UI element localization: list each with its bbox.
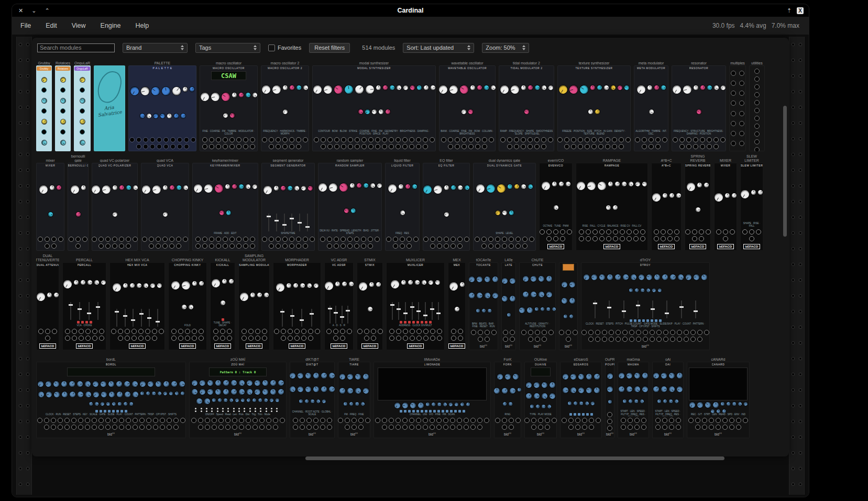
module-dual-dynamics-gate[interactable]: dual dynamics gatedual dynamics gateSHAP… — [473, 155, 536, 251]
module-slew-limiter[interactable]: SLEW LIMITERSLEW LIMITERSHAPE · RISE · F… — [740, 155, 763, 251]
module-morphader[interactable]: MORPHADERMORPHADERbEFACO — [273, 254, 321, 350]
knob — [501, 294, 509, 302]
module-modal-synthesizer[interactable]: modal synthesizermodal synthesizerCONTOU… — [312, 58, 436, 151]
knob — [161, 86, 171, 96]
module-a-b-c[interactable]: A*B+CA*B+CbEFACO — [651, 155, 682, 251]
module-unnamed[interactable]: Aria Salvatrice — [94, 58, 125, 151]
module-ongular[interactable]: OnguLaROnguLaR — [74, 58, 91, 151]
zoom-select[interactable]: Zoom: 50% — [482, 43, 529, 53]
module-panel: EQ filter — [423, 163, 470, 251]
module-meta-modulator[interactable]: meta modulatormeta modulatorALGORITHM · … — [634, 58, 668, 151]
module-unnamed[interactable]: bId°° — [559, 254, 578, 350]
panel-labels: RAMP · FREQUENCY · SHAPE · SMOOTHNESS · … — [500, 130, 553, 136]
module-texture-synthesizer[interactable]: texture synthesizertexture synthesizerFR… — [557, 58, 631, 151]
menu-view[interactable]: View — [72, 22, 86, 29]
module-oai[interactable]: oAioAiSTART · LEN · SPEED · FILTYP · FRE… — [652, 354, 684, 438]
module-macro-oscillator[interactable]: macro oscillatormacro oscillatorCSAWFINE… — [200, 58, 258, 151]
module-zo-ma[interactable]: zOÙ MAÏzOÙ MAÏPattern 0 : Track 0ON/OFF … — [189, 354, 287, 438]
module-sampling-modulator[interactable]: SAMPLING MODULATORSAMPLING MODULATORbEFA… — [238, 254, 270, 350]
minimize-icon[interactable]: ⌄ — [31, 7, 36, 14]
module-bernoulli-gate[interactable]: bernoulli gatebernoulli gate — [68, 155, 89, 251]
module-limonade[interactable]: liMonADeliMonADeCHANNEL · UNI · V/O · FI… — [373, 354, 491, 438]
module-vc-adsr[interactable]: VC ADSRVC ADSRA · D · S · RbEFACO — [324, 254, 354, 350]
jack-area — [634, 136, 668, 151]
knob — [519, 307, 525, 314]
jack — [700, 144, 705, 149]
module-segment-generator[interactable]: segment generatorsegment generatorSHAPE/… — [261, 155, 315, 251]
vertical-scrollbar[interactable] — [783, 106, 787, 237]
menu-help[interactable]: Help — [136, 22, 149, 29]
knob — [60, 97, 66, 104]
module-late[interactable]: LATeLATebId°° — [501, 254, 516, 350]
x11-logo-icon[interactable]: X — [797, 7, 804, 14]
jack — [538, 418, 543, 423]
module-percall[interactable]: PERCALLPERCALLVCA · CHOKEbEFACO — [62, 254, 106, 350]
favorites-checkbox[interactable] — [268, 44, 275, 51]
module-quad-vca[interactable]: quad VCAquad VCA — [141, 155, 189, 251]
module-bordl[interactable]: bordLbordLCLOCK · RUN · RESET · STEPS · … — [36, 354, 186, 438]
module-mex[interactable]: MEXMEXbEFACO — [448, 254, 466, 350]
module-evenvco[interactable]: evenVCOevenVCOOCTAVE · TUNE · PWMbEFACO — [539, 155, 573, 251]
module-dual-attenuverter[interactable]: DUAL ATTENUVERTERDUAL ATTENUVERTERbEFACO — [36, 254, 59, 350]
module-chute[interactable]: ChUTEChUTEALTITUDE · GRAVITY · RESTITUTI… — [519, 254, 556, 350]
jack — [310, 237, 315, 242]
module-hex-mix-vca[interactable]: HEX MIX VCAHEX MIX VCAbEFACO — [109, 254, 165, 350]
module-palette[interactable]: PALETTEP A L E T T E — [128, 58, 196, 151]
module-resonator[interactable]: resonatorresonatorFREQUENCY · STRUCTURE … — [672, 58, 726, 151]
knob-area — [338, 366, 370, 413]
module-mixer[interactable]: MIXERMIXERbEFACO — [714, 155, 737, 251]
module-canard[interactable]: cANARdcANARdREC · G/T · STRT · LEN · REA… — [687, 354, 750, 438]
module-stmix[interactable]: STMIXSTMIXbEFACO — [357, 254, 383, 350]
module-keyframer-mixer[interactable]: keyframer/mixerkeyframer/mixerFRAME · AD… — [192, 155, 258, 251]
module-tocante[interactable]: tOCAnTetOCAnTeBPM · BEATS · BAR · FINE ·… — [469, 254, 498, 350]
maximize-icon[interactable]: ⌃ — [45, 7, 49, 14]
module-random-sampler[interactable]: random samplerrandom samplerDEJA VU · RA… — [318, 155, 382, 251]
menu-engine[interactable]: Engine — [101, 22, 121, 29]
module-kickall[interactable]: KICKALLKICKALLTUNE · SHAPE · DECAYbEFACO — [210, 254, 235, 350]
module-utilities[interactable]: utilities — [749, 58, 765, 151]
module-wavetable-oscillator[interactable]: wavetable oscillatorwavetable oscillator… — [439, 58, 496, 151]
jack — [341, 144, 346, 149]
module-multiples[interactable]: multiples — [729, 58, 746, 151]
module-quad-vc-polarizer[interactable]: quad VC-polarizerquad VC-polarizer — [92, 155, 138, 251]
module-tiare[interactable]: TiARETiAREFM · FREQ · FINEbId°° — [338, 354, 370, 438]
menu-file[interactable]: File — [20, 22, 31, 29]
module-mixer[interactable]: mixermixer — [36, 155, 64, 251]
tags-filter-select[interactable]: Tags — [195, 43, 260, 53]
module-edsaros[interactable]: eDsaroSeDsaroSbId°° — [560, 354, 602, 438]
module-magma[interactable]: maGmamaGmaSTART · LEN · SPEED · FILTYP ·… — [618, 354, 649, 438]
brand-filter-select[interactable]: Brand — [123, 43, 188, 53]
knob — [306, 282, 313, 289]
module-dikt-t[interactable]: dIKT@TdIKT@TCHANNEL · ROOT NOTE · GLOBAL… — [290, 354, 335, 438]
search-input[interactable] — [37, 43, 115, 52]
favorites-filter[interactable]: Favorites — [268, 44, 301, 51]
jack — [259, 418, 265, 423]
knob — [642, 181, 647, 187]
knob — [618, 385, 625, 393]
module-name: texture synthesizer — [557, 58, 631, 65]
jack — [358, 425, 364, 430]
knob — [622, 182, 627, 187]
detach-icon[interactable]: ⇡ — [787, 7, 792, 14]
module-grubby[interactable]: GrubbyGrubby — [36, 58, 52, 151]
module-dtroy[interactable]: dTrOYdTrOYCLOCK · RESET · STEPS · PITCH … — [581, 254, 710, 350]
module-fork[interactable]: ForKForKRINGbId°° — [494, 354, 521, 438]
jack — [509, 425, 514, 430]
reset-filters-button[interactable]: Reset filters — [309, 43, 350, 53]
module-liquid-filter[interactable]: liquid filterliquid filterFREQ · RES — [385, 155, 420, 251]
sort-select[interactable]: Sort: Last updated — [403, 43, 474, 53]
module-rampage[interactable]: RAMPAGERAMPAGERISE · FALL · CYCLE · BALA… — [576, 155, 648, 251]
horizontal-scrollbar[interactable] — [305, 457, 724, 460]
module-muxlicer[interactable]: MUXLICERMUXLICERADDRESS · CLOCK DIV/MULT… — [386, 254, 445, 350]
module-rotatoes[interactable]: RotatoesRotatoes — [55, 58, 71, 151]
module-spring-reverb[interactable]: SPRING REVERBSPRING REVERBbEFACO — [685, 155, 711, 251]
module-tidal-modulator-2[interactable]: tidal modulator 2tidal modulator 2RAMP ·… — [499, 58, 554, 151]
close-icon[interactable]: ✕ — [18, 7, 23, 14]
module-macro-oscillator-2[interactable]: macro oscillator 2macro oscillator 2FREQ… — [261, 58, 309, 151]
module-name: tOCAnTe — [469, 254, 498, 262]
menu-edit[interactable]: Edit — [46, 22, 57, 29]
module-ouaive[interactable]: OUAIveOUAIveTYPE · PLAY MODEbId°° — [524, 354, 557, 438]
module-chopping-kinky[interactable]: CHOPPING KINKYCHOPPING KINKYFOLDbEFACO — [168, 254, 207, 350]
module-eq-filter[interactable]: EQ filterEQ filter — [423, 155, 470, 251]
module-poupre[interactable]: POuPRePOuPRebId°° — [605, 354, 614, 438]
